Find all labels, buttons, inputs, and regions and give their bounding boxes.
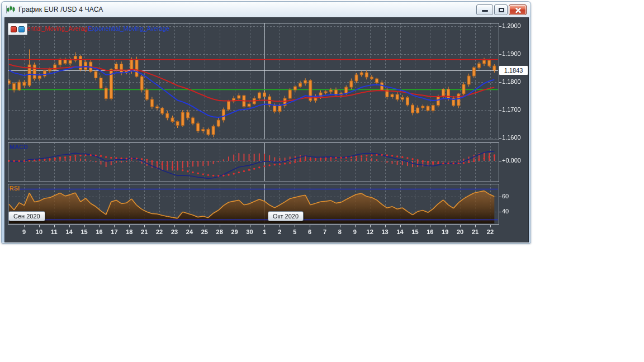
- chart-content: Exponential_Moving_Average Exponential_M…: [4, 17, 529, 242]
- restore-icon: [499, 8, 504, 12]
- candlestick-chart-icon: [6, 5, 16, 14]
- restore-button[interactable]: [494, 4, 508, 15]
- minimize-button[interactable]: [476, 4, 493, 15]
- minimize-icon: [482, 10, 488, 12]
- title-bar[interactable]: График EUR /USD 4 ЧАСА: [2, 2, 531, 17]
- close-button[interactable]: [509, 4, 527, 15]
- chart-window: График EUR /USD 4 ЧАСА Exponential_Movin…: [1, 1, 531, 244]
- price-chart-canvas[interactable]: [5, 18, 528, 242]
- legend-panel: [8, 23, 27, 35]
- ema-fast-color-swatch[interactable]: [18, 26, 25, 32]
- ema-slow-color-swatch[interactable]: [11, 26, 17, 32]
- window-title: График EUR /USD 4 ЧАСА: [18, 6, 103, 13]
